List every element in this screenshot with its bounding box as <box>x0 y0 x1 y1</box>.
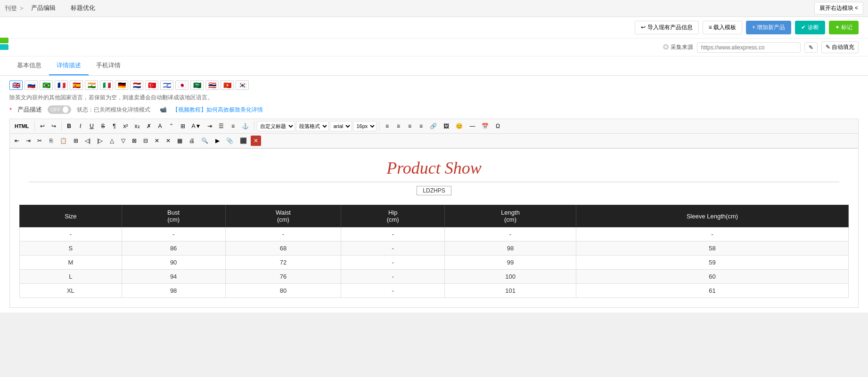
toolbar-sep-3 <box>254 121 254 131</box>
bold-button[interactable]: B <box>64 121 74 131</box>
tab-detail-desc[interactable]: 详情描述 <box>49 56 89 75</box>
table-cell: 80 <box>225 284 341 298</box>
tab-mobile-detail[interactable]: 手机详情 <box>89 56 128 75</box>
source-url-input[interactable] <box>697 42 801 53</box>
paste-button[interactable]: 📋 <box>57 136 70 146</box>
italic-button[interactable]: I <box>75 121 86 131</box>
lang-fr-button[interactable]: 🇫🇷 <box>55 80 68 90</box>
color-button[interactable]: A <box>155 121 165 131</box>
lang-nl-button[interactable]: 🇳🇱 <box>130 80 143 90</box>
html-button[interactable]: HTML <box>12 121 32 131</box>
lang-pt-button[interactable]: 🇧🇷 <box>40 80 53 90</box>
table-del-col[interactable]: ✕ <box>152 136 162 146</box>
table-cell: 90 <box>122 256 225 270</box>
tag-button[interactable]: ✦ 标记 <box>829 21 859 34</box>
diagnose-button[interactable]: ✔ 诊断 <box>795 21 825 34</box>
media-button[interactable]: ▶ <box>212 136 222 146</box>
undo-button[interactable]: ↩ <box>37 121 48 131</box>
table-col-after[interactable]: |▷ <box>94 136 106 146</box>
lang-th-button[interactable]: 🇹🇭 <box>205 80 219 90</box>
import-product-button[interactable]: ↩ 导入现有产品信息 <box>635 21 698 34</box>
indent-button[interactable]: ⇥ <box>205 121 215 131</box>
emoji-button[interactable]: 😊 <box>453 121 466 131</box>
copy-button[interactable]: ⎘ <box>46 136 56 146</box>
cut-button[interactable]: ✂ <box>34 136 45 146</box>
file-button[interactable]: 📎 <box>223 136 236 146</box>
list-ul-button[interactable]: ☰ <box>216 121 227 131</box>
align-justify-button[interactable]: ≡ <box>416 121 426 131</box>
tab-product-edit[interactable]: 产品编辑 <box>24 0 63 17</box>
restore-detail-button[interactable]: 还原详情 <box>0 44 8 50</box>
special-char-button[interactable]: Ω <box>492 121 503 131</box>
editor-toolbar-row1: HTML ↩ ↪ B I U S ¶ x² x₂ ✗ A " ⊞ A▼ ⇥ ☰ … <box>9 119 859 133</box>
load-template-button[interactable]: ≡ 载入模板 <box>703 21 742 34</box>
redo-button[interactable]: ↪ <box>49 121 59 131</box>
indent-right-button[interactable]: ⇥ <box>23 136 33 146</box>
table-del-row[interactable]: ✕ <box>163 136 173 146</box>
del-button[interactable]: ✕ <box>251 136 261 146</box>
superscript-button[interactable]: x² <box>121 121 131 131</box>
table-button[interactable]: ⊞ <box>178 121 188 131</box>
anchor-button[interactable]: ⚓ <box>239 121 252 131</box>
col-length: Length(cm) <box>445 205 576 227</box>
lang-ru-button[interactable]: 🇷🇺 <box>25 80 38 90</box>
col-bust: Bust(cm) <box>122 205 225 227</box>
tab-basic-info[interactable]: 基本信息 <box>9 56 49 75</box>
lang-it-button[interactable]: 🇮🇹 <box>100 80 113 90</box>
detail-image-button[interactable]: 详情美图 <box>0 38 8 43</box>
table-insert-button[interactable]: ⊞ <box>71 136 81 146</box>
tab-title-optimize[interactable]: 标题优化 <box>63 0 103 17</box>
language-bar: 🇬🇧 🇷🇺 🇧🇷 🇫🇷 🇪🇸 🇮🇳 🇮🇹 🇩🇪 🇳🇱 🇹🇷 🇮🇱 🇯🇵 🇸🇦 🇹… <box>9 80 859 90</box>
image-button[interactable]: 🖼 <box>441 121 452 131</box>
qrcode-button[interactable]: ⬛ <box>237 136 250 146</box>
underline-button[interactable]: U <box>87 121 97 131</box>
align-left-button[interactable]: ≡ <box>382 121 392 131</box>
editor-content[interactable]: Product Show LDZHPS Size Bust(cm) Waist(… <box>9 148 859 308</box>
hr-button[interactable]: — <box>467 121 478 131</box>
add-product-button[interactable]: + 增加新产品 <box>746 21 791 34</box>
heading-select[interactable]: 自定义标题 <box>257 121 295 131</box>
table-border-btn[interactable]: ▦ <box>174 136 185 146</box>
col-size: Size <box>20 205 122 227</box>
table-merge-cell[interactable]: ⊠ <box>129 136 139 146</box>
font-select[interactable]: arial <box>330 121 352 131</box>
subscript-button[interactable]: x₂ <box>132 121 143 131</box>
align-right-button[interactable]: ≡ <box>404 121 415 131</box>
link-button[interactable]: 🔗 <box>427 121 440 131</box>
erase-button[interactable]: ✗ <box>144 121 154 131</box>
source-edit-button[interactable]: ✎ <box>804 42 818 53</box>
expand-right-panel-button[interactable]: 展开右边模块 < <box>814 2 863 15</box>
format-select[interactable]: 段落格式 <box>296 121 329 131</box>
breadcrumb-home[interactable]: 刊登 <box>5 4 17 13</box>
lang-ko-button[interactable]: 🇰🇷 <box>236 80 249 90</box>
table-row-before[interactable]: △ <box>106 136 117 146</box>
align-center-button[interactable]: ≡ <box>393 121 403 131</box>
autofill-button[interactable]: ✎ 自动填充 <box>821 41 859 53</box>
lang-he-button[interactable]: 🇮🇱 <box>160 80 173 90</box>
lang-ja-button[interactable]: 🇯🇵 <box>175 80 188 90</box>
lang-tr-button[interactable]: 🇹🇷 <box>145 80 158 90</box>
table-col-before[interactable]: ◁| <box>82 136 93 146</box>
lang-vi-button[interactable]: 🇻🇳 <box>221 80 234 90</box>
strikethrough-button[interactable]: S <box>98 121 108 131</box>
lang-es-button[interactable]: 🇪🇸 <box>70 80 83 90</box>
lang-de-button[interactable]: 🇩🇪 <box>115 80 128 90</box>
table-cell: - <box>341 241 445 256</box>
list-ol-button[interactable]: ≡ <box>228 121 238 131</box>
table-cell: 68 <box>225 241 341 256</box>
font-color-button[interactable]: A▼ <box>189 121 204 131</box>
size-select[interactable]: 16px <box>353 121 377 131</box>
table-split-cell[interactable]: ⊟ <box>140 136 151 146</box>
quote-button[interactable]: " <box>166 121 177 131</box>
table-row-after[interactable]: ▽ <box>118 136 128 146</box>
print-button[interactable]: 🖨 <box>186 136 197 146</box>
lang-hi-button[interactable]: 🇮🇳 <box>85 80 98 90</box>
search-replace-button[interactable]: 🔍 <box>198 136 211 146</box>
module-toggle[interactable]: OFF <box>48 105 71 114</box>
lang-ar-button[interactable]: 🇸🇦 <box>190 80 204 90</box>
paragraph-button[interactable]: ¶ <box>109 121 120 131</box>
video-tutorial-link[interactable]: 【视频教程】如何高效极致美化详情 <box>172 106 263 114</box>
date-button[interactable]: 📅 <box>479 121 491 131</box>
indent-left-button[interactable]: ⇤ <box>12 136 22 146</box>
lang-en-button[interactable]: 🇬🇧 <box>9 80 23 90</box>
